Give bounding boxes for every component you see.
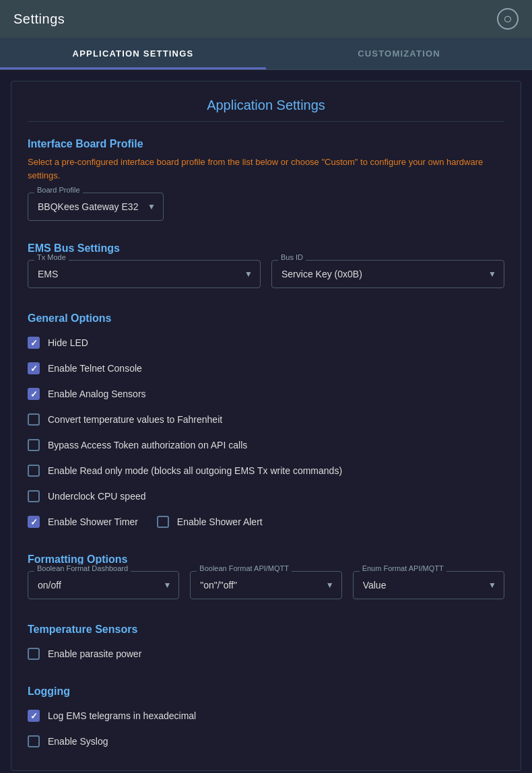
- ems-bus-row: Tx Mode EMS EMS+ HT3 ▼ Bus ID Service Ke…: [28, 260, 504, 294]
- shower-row: Enable Shower Timer Enable Shower Alert: [28, 509, 504, 535]
- list-item: Convert temperature values to Fahrenheit: [28, 407, 504, 432]
- bus-id-select[interactable]: Service Key (0x0B) Master Thermostat (0x…: [271, 260, 504, 288]
- list-item: Hide LED: [28, 330, 504, 356]
- enum-api-label: Enum Format API/MQTT: [360, 564, 446, 572]
- enum-api-select[interactable]: Value Name: [353, 571, 504, 599]
- log-hex-checkbox[interactable]: [28, 710, 40, 722]
- ems-bus-title: EMS Bus Settings: [28, 242, 504, 255]
- parasite-power-label: Enable parasite power: [48, 648, 141, 659]
- analog-sensors-checkbox[interactable]: [28, 388, 40, 400]
- bool-dashboard-dropdown-wrapper: Boolean Format Dashboard on/off true/fal…: [28, 571, 179, 599]
- formatting-row: Boolean Format Dashboard on/off true/fal…: [28, 571, 504, 605]
- temperature-sensors-title: Temperature Sensors: [28, 624, 504, 636]
- tab-application-settings[interactable]: APPLICATION SETTINGS: [0, 38, 266, 69]
- shower-timer-label: Enable Shower Timer: [48, 516, 138, 527]
- app-header: Settings ○: [0, 0, 532, 38]
- read-only-mode-label: Enable Read only mode (blocks all outgoi…: [48, 465, 342, 476]
- tx-mode-dropdown-wrapper: Tx Mode EMS EMS+ HT3 ▼: [28, 260, 261, 288]
- bypass-token-checkbox[interactable]: [28, 439, 40, 451]
- user-avatar[interactable]: ○: [497, 8, 519, 30]
- underclock-label: Underclock CPU speed: [48, 491, 146, 502]
- analog-sensors-label: Enable Analog Sensors: [48, 389, 146, 399]
- bool-api-select[interactable]: "on"/"off" true/false 1/0: [190, 571, 341, 599]
- list-item: Underclock CPU speed: [28, 483, 504, 509]
- bool-dashboard-select[interactable]: on/off true/false 1/0: [28, 571, 179, 599]
- app-title: Settings: [13, 11, 65, 27]
- bus-id-label: Bus ID: [278, 253, 306, 261]
- general-options-section: General Options Hide LED Enable Telnet C…: [28, 312, 504, 535]
- general-options-title: General Options: [28, 312, 504, 325]
- hide-led-label: Hide LED: [48, 337, 88, 348]
- ems-bus-section: EMS Bus Settings Tx Mode EMS EMS+ HT3 ▼ …: [28, 242, 504, 294]
- list-item: Enable Analog Sensors: [28, 381, 504, 407]
- board-profile-select[interactable]: BBQKees Gateway E32 Custom: [28, 193, 164, 221]
- fahrenheit-checkbox[interactable]: [28, 413, 40, 426]
- tab-bar: APPLICATION SETTINGS CUSTOMIZATION: [0, 38, 532, 70]
- tab-customization[interactable]: CUSTOMIZATION: [266, 38, 532, 69]
- bypass-token-label: Bypass Access Token authorization on API…: [48, 440, 247, 450]
- list-item: Enable Telnet Console: [28, 356, 504, 381]
- board-profile-label: Board Profile: [34, 186, 83, 194]
- fahrenheit-label: Convert temperature values to Fahrenheit: [48, 414, 222, 425]
- list-item: Enable Syslog: [28, 729, 504, 754]
- temperature-sensors-section: Temperature Sensors Enable parasite powe…: [28, 624, 504, 667]
- list-item: Enable parasite power: [28, 641, 504, 667]
- shower-alert-checkbox[interactable]: [157, 516, 169, 528]
- board-profile-dropdown-wrapper: Board Profile BBQKees Gateway E32 Custom…: [28, 193, 164, 221]
- log-hex-label: Log EMS telegrams in hexadecimal: [48, 710, 196, 721]
- logging-title: Logging: [28, 685, 504, 698]
- bool-api-label: Boolean Format API/MQTT: [197, 564, 292, 572]
- main-content: Application Settings Interface Board Pro…: [11, 81, 521, 771]
- list-item: Log EMS telegrams in hexadecimal: [28, 703, 504, 729]
- enable-syslog-label: Enable Syslog: [48, 736, 108, 747]
- underclock-checkbox[interactable]: [28, 490, 40, 502]
- read-only-mode-checkbox[interactable]: [28, 465, 40, 477]
- interface-board-desc: Select a pre-configured interface board …: [28, 156, 504, 182]
- hide-led-checkbox[interactable]: [28, 337, 40, 349]
- telnet-console-checkbox[interactable]: [28, 362, 40, 374]
- parasite-power-checkbox[interactable]: [28, 648, 40, 660]
- bool-api-dropdown-wrapper: Boolean Format API/MQTT "on"/"off" true/…: [190, 571, 341, 599]
- list-item: Bypass Access Token authorization on API…: [28, 432, 504, 458]
- formatting-options-section: Formatting Options Boolean Format Dashbo…: [28, 553, 504, 605]
- bool-dashboard-label: Boolean Format Dashboard: [34, 564, 131, 572]
- bus-id-dropdown-wrapper: Bus ID Service Key (0x0B) Master Thermos…: [271, 260, 504, 288]
- shower-alert-label: Enable Shower Alert: [177, 516, 263, 527]
- enable-syslog-checkbox[interactable]: [28, 735, 40, 747]
- page-title: Application Settings: [28, 98, 504, 122]
- shower-timer-checkbox[interactable]: [28, 516, 40, 528]
- list-item: Enable Read only mode (blocks all outgoi…: [28, 458, 504, 483]
- interface-board-section: Interface Board Profile Select a pre-con…: [28, 138, 504, 226]
- tx-mode-select[interactable]: EMS EMS+ HT3: [28, 260, 261, 288]
- telnet-console-label: Enable Telnet Console: [48, 363, 142, 374]
- enum-api-dropdown-wrapper: Enum Format API/MQTT Value Name ▼: [353, 571, 504, 599]
- tx-mode-label: Tx Mode: [34, 253, 69, 261]
- interface-board-title: Interface Board Profile: [28, 138, 504, 150]
- logging-section: Logging Log EMS telegrams in hexadecimal…: [28, 685, 504, 754]
